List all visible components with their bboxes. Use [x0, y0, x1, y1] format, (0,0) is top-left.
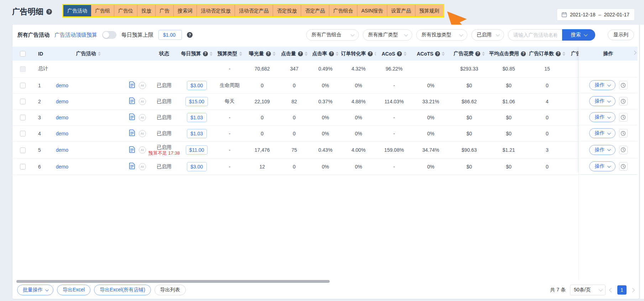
sort-carets-icon[interactable] — [375, 52, 376, 56]
tab-6[interactable]: 搜索词 — [174, 5, 197, 16]
tab-3[interactable]: 广告位 — [114, 5, 137, 16]
campaign-search-input[interactable] — [508, 29, 562, 41]
display-columns-button[interactable]: 显示列 — [608, 30, 634, 40]
sort-carets-icon[interactable] — [210, 52, 213, 56]
tab-12[interactable]: ASIN报告 — [357, 5, 387, 16]
row-actions-button[interactable]: 操作 — [589, 80, 616, 90]
daily-cap-input[interactable] — [158, 30, 182, 40]
promo-type-filter[interactable]: 所有推广类型 — [363, 29, 412, 41]
schedule-clock-button[interactable] — [619, 162, 628, 171]
column-header-spend[interactable]: 广告花费? — [449, 47, 489, 61]
row-checkbox[interactable] — [20, 99, 26, 104]
ai-icon[interactable]: AI — [139, 130, 146, 137]
document-icon[interactable] — [129, 162, 136, 171]
column-help-icon[interactable]: ? — [521, 51, 526, 56]
column-help-icon[interactable]: ? — [435, 51, 440, 56]
column-help-icon[interactable]: ? — [329, 51, 334, 56]
select-all-checkbox[interactable] — [20, 51, 26, 57]
campaign-link[interactable]: demo — [56, 115, 68, 120]
document-icon[interactable] — [129, 97, 136, 105]
ai-icon[interactable]: AI — [139, 163, 146, 170]
schedule-clock-button[interactable] — [619, 113, 628, 121]
column-header-acos[interactable]: ACoS? — [376, 47, 412, 61]
column-header-acots[interactable]: ACoTS? — [412, 47, 449, 61]
tab-7[interactable]: 活动否定投放 — [197, 5, 235, 16]
row-actions-button[interactable]: 操作 — [589, 145, 616, 155]
row-checkbox[interactable] — [20, 164, 26, 170]
column-help-icon[interactable]: ? — [475, 51, 480, 56]
portfolio-filter[interactable]: 所有广告组合 — [306, 29, 359, 41]
title-help-icon[interactable]: ? — [46, 9, 52, 15]
campaign-link[interactable]: demo — [56, 83, 68, 88]
column-header-avg_cpc[interactable]: 平均点击费用? — [489, 47, 528, 61]
campaign-link[interactable]: demo — [56, 164, 68, 170]
row-checkbox[interactable] — [20, 131, 26, 136]
ai-icon[interactable]: AI — [139, 98, 146, 105]
current-page-button[interactable]: 1 — [617, 285, 627, 295]
campaign-link[interactable]: demo — [56, 99, 68, 104]
column-header-budget_type[interactable]: 预算类型 — [214, 47, 246, 61]
tab-4[interactable]: 投放 — [137, 5, 156, 16]
ai-icon[interactable]: AI — [139, 82, 146, 89]
document-icon[interactable] — [129, 129, 136, 137]
sort-carets-icon[interactable] — [562, 52, 565, 56]
column-header-ctr[interactable]: 点击率? — [310, 47, 341, 61]
tab-11[interactable]: 广告组合 — [329, 5, 357, 16]
column-help-icon[interactable]: ? — [368, 51, 373, 56]
ai-icon[interactable]: AI — [139, 146, 146, 154]
document-icon[interactable] — [129, 81, 136, 89]
row-actions-button[interactable]: 操作 — [589, 128, 616, 138]
column-help-icon[interactable]: ? — [266, 51, 271, 56]
row-checkbox[interactable] — [20, 147, 26, 153]
row-actions-button[interactable]: 操作 — [589, 96, 616, 106]
sort-carets-icon[interactable] — [239, 52, 242, 56]
column-header-ad_orders[interactable]: 广告订单数? — [528, 47, 566, 61]
column-header-campaign[interactable]: 广告活动 — [51, 47, 126, 61]
page-size-select[interactable]: 50条/页 — [570, 285, 606, 295]
tab-10[interactable]: 否定产品 — [301, 5, 329, 16]
sort-carets-icon[interactable] — [482, 52, 485, 56]
tab-2[interactable]: 广告组 — [91, 5, 114, 16]
column-header-impressions[interactable]: 曝光量? — [246, 47, 279, 61]
date-range-picker[interactable]: 2021-12-18 – 2022-01-17 — [557, 9, 635, 21]
daily-budget-pill[interactable]: $3.00 — [187, 162, 207, 171]
schedule-clock-button[interactable] — [619, 146, 628, 154]
export-excel-button[interactable]: 导出Excel — [57, 285, 90, 295]
column-header-daily_budget[interactable]: 每日预算? — [180, 47, 214, 61]
ai-icon[interactable]: AI — [139, 114, 146, 121]
status-filter[interactable]: 已启用 — [471, 29, 504, 41]
column-header-cvr[interactable]: 订单转化率? — [341, 47, 376, 61]
daily-budget-pill[interactable]: $1.03 — [187, 129, 207, 138]
document-icon[interactable] — [129, 113, 136, 121]
export-list-button[interactable]: 导出列表 — [155, 285, 186, 295]
campaign-link[interactable]: demo — [56, 147, 68, 153]
campaign-link[interactable]: demo — [56, 131, 68, 136]
sort-carets-icon[interactable] — [528, 52, 528, 56]
prev-page-button[interactable] — [609, 288, 614, 292]
row-checkbox[interactable] — [20, 83, 26, 88]
schedule-clock-button[interactable] — [619, 97, 628, 105]
tab-9[interactable]: 否定投放 — [273, 5, 301, 16]
targeting-type-filter[interactable]: 所有投放类型 — [416, 29, 467, 41]
daily-budget-pill[interactable]: $3.00 — [187, 81, 207, 90]
daily-budget-pill[interactable]: $1.03 — [187, 113, 207, 122]
row-actions-button[interactable]: 操作 — [589, 161, 616, 171]
sort-carets-icon[interactable] — [305, 52, 308, 56]
scroll-right-icon[interactable] — [632, 51, 636, 55]
daily-budget-pill[interactable]: $11.00 — [186, 145, 208, 155]
schedule-clock-button[interactable] — [619, 129, 628, 137]
column-help-icon[interactable]: ? — [556, 51, 561, 56]
tab-5[interactable]: 广告 — [156, 5, 174, 16]
sort-carets-icon[interactable] — [336, 52, 339, 56]
top-budget-link[interactable]: 广告活动顶级预算 — [54, 32, 97, 38]
sort-carets-icon[interactable] — [442, 52, 445, 56]
document-icon[interactable] — [129, 146, 136, 154]
column-help-icon[interactable]: ? — [298, 51, 303, 56]
sort-carets-icon[interactable] — [98, 52, 101, 56]
tab-1[interactable]: 广告活动 — [63, 5, 91, 16]
top-budget-toggle[interactable] — [102, 31, 116, 39]
sort-carets-icon[interactable] — [404, 52, 407, 56]
batch-actions-button[interactable]: 批量操作 — [17, 285, 53, 295]
horizontal-scrollbar-thumb[interactable] — [16, 280, 330, 283]
schedule-clock-button[interactable] — [619, 81, 628, 89]
